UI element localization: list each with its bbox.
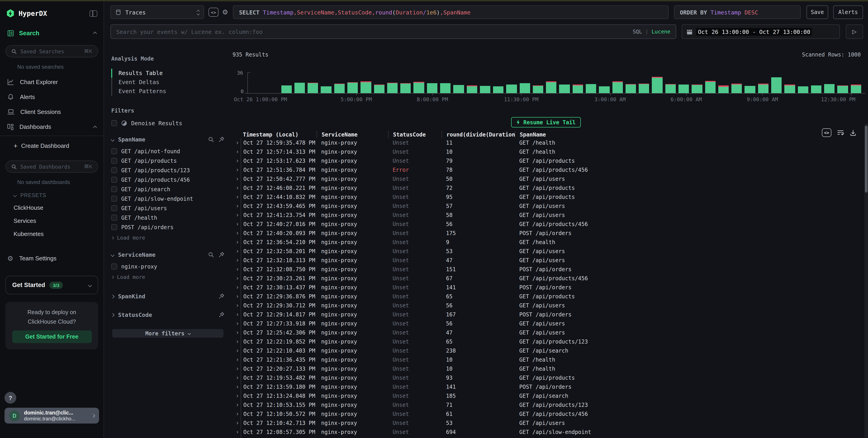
chevron-down-icon[interactable] bbox=[88, 283, 92, 287]
row-expand-chevron[interactable] bbox=[233, 241, 241, 243]
row-expand-chevron[interactable] bbox=[233, 413, 241, 415]
table-row[interactable]: Oct 27 12:20:27.133 PMnginx-proxyUnset10… bbox=[233, 364, 862, 373]
sidebar-item-chart-explorer[interactable]: Chart Explorer bbox=[0, 75, 103, 90]
resume-live-tail-button[interactable]: Resume Live Tail bbox=[511, 117, 581, 128]
search-icon[interactable] bbox=[208, 252, 214, 258]
checkbox[interactable] bbox=[111, 158, 117, 164]
row-expand-chevron[interactable] bbox=[233, 151, 241, 153]
query-language-toggle[interactable]: SQL | Lucene bbox=[632, 29, 670, 35]
sidebar-item-clickhouse[interactable]: ClickHouse bbox=[0, 204, 103, 211]
filter-checkbox-item[interactable]: GET /api/products/456 bbox=[111, 175, 224, 184]
row-expand-chevron[interactable] bbox=[233, 260, 241, 261]
chevron-down-icon[interactable] bbox=[111, 138, 115, 141]
checkbox[interactable] bbox=[111, 177, 117, 182]
chevron-right-icon[interactable] bbox=[111, 295, 115, 298]
histogram-bar[interactable] bbox=[480, 72, 493, 93]
histogram-bar[interactable] bbox=[599, 72, 613, 93]
histogram-bar[interactable] bbox=[612, 72, 625, 93]
row-expand-chevron[interactable] bbox=[233, 332, 241, 334]
table-row[interactable]: Oct 27 12:30:23.261 PMnginx-proxyUnset67… bbox=[233, 274, 862, 283]
histogram-bar[interactable] bbox=[294, 72, 308, 93]
row-expand-chevron[interactable] bbox=[233, 223, 241, 225]
histogram-bar[interactable] bbox=[758, 72, 771, 93]
table-row[interactable]: Oct 27 12:43:59.465 PMnginx-proxyUnset57… bbox=[233, 202, 862, 211]
source-select[interactable]: Traces bbox=[111, 5, 204, 19]
table-row[interactable]: Oct 27 12:41:23.754 PMnginx-proxyUnset58… bbox=[233, 211, 862, 220]
histogram-bar[interactable] bbox=[771, 72, 784, 93]
search-box[interactable]: SQL | Lucene bbox=[111, 25, 676, 39]
table-row[interactable]: Oct 27 12:32:08.750 PMnginx-proxyUnset15… bbox=[233, 265, 862, 274]
histogram-bar[interactable] bbox=[281, 72, 294, 93]
histogram-bar[interactable] bbox=[718, 72, 732, 93]
table-row[interactable]: Oct 27 12:29:14.817 PMnginx-proxyUnset16… bbox=[233, 310, 862, 319]
scrollbar-thumb[interactable] bbox=[865, 126, 868, 193]
row-expand-chevron[interactable] bbox=[233, 431, 241, 433]
run-query-button[interactable]: ▷ bbox=[846, 25, 863, 39]
histogram-bar[interactable] bbox=[374, 72, 387, 93]
histogram-bar[interactable] bbox=[347, 72, 361, 93]
table-row[interactable]: Oct 27 12:51:36.784 PMnginx-proxyError78… bbox=[233, 165, 862, 174]
pin-icon[interactable] bbox=[218, 293, 224, 299]
histogram-bar[interactable] bbox=[572, 72, 586, 93]
saved-dashboards-input[interactable]: Saved Dashboards ⌘K bbox=[5, 161, 98, 173]
histogram-bar[interactable] bbox=[679, 72, 692, 93]
histogram-bar[interactable] bbox=[824, 72, 837, 93]
table-row[interactable]: Oct 27 12:13:59.180 PMnginx-proxyUnset14… bbox=[233, 382, 862, 392]
histogram-bar[interactable] bbox=[850, 72, 864, 93]
table-row[interactable]: Oct 27 12:19:53.482 PMnginx-proxyUnset93… bbox=[233, 373, 862, 382]
table-row[interactable]: Oct 27 12:29:30.712 PMnginx-proxyUnset56… bbox=[233, 301, 862, 310]
analysis-mode-option[interactable]: Event Deltas bbox=[111, 78, 224, 87]
checkbox[interactable] bbox=[111, 148, 117, 154]
pin-icon[interactable] bbox=[218, 312, 224, 318]
checkbox[interactable] bbox=[111, 186, 117, 192]
table-row[interactable]: Oct 27 12:46:08.221 PMnginx-proxyUnset72… bbox=[233, 183, 862, 193]
row-expand-chevron[interactable] bbox=[233, 160, 241, 162]
histogram-bar[interactable] bbox=[546, 72, 559, 93]
row-expand-chevron[interactable] bbox=[233, 368, 241, 370]
row-expand-chevron[interactable] bbox=[233, 404, 241, 406]
create-dashboard-button[interactable]: + Create Dashboard bbox=[0, 139, 103, 152]
table-row[interactable]: Oct 27 12:08:57.305 PMnginx-proxyUnset69… bbox=[233, 428, 862, 437]
table-row[interactable]: Oct 27 12:30:13.437 PMnginx-proxyUnset14… bbox=[233, 283, 862, 292]
pin-icon[interactable] bbox=[218, 136, 224, 142]
table-row[interactable]: Oct 27 12:50:42.777 PMnginx-proxyUnset50… bbox=[233, 174, 862, 183]
row-expand-chevron[interactable] bbox=[233, 314, 241, 315]
table-row[interactable]: Oct 27 12:36:54.210 PMnginx-proxyUnset9G… bbox=[233, 238, 862, 247]
histogram-bar[interactable] bbox=[639, 72, 652, 93]
get-started-accordion[interactable]: Get Started 3/3 bbox=[5, 276, 98, 294]
table-row[interactable]: Oct 27 12:10:42.713 PMnginx-proxyUnset53… bbox=[233, 418, 862, 428]
column-header-spanname[interactable]: SpanName bbox=[515, 131, 862, 138]
save-button[interactable]: Save bbox=[806, 5, 828, 19]
histogram-bar[interactable] bbox=[559, 72, 572, 93]
column-header-duration[interactable]: round(divide(Duration, bbox=[441, 131, 515, 138]
table-row[interactable]: Oct 27 12:27:33.918 PMnginx-proxyUnset56… bbox=[233, 319, 862, 328]
histogram-bar[interactable] bbox=[652, 72, 665, 93]
table-row[interactable]: Oct 27 12:10:53.155 PMnginx-proxyUnset71… bbox=[233, 401, 862, 409]
table-row[interactable]: Oct 27 12:53:17.623 PMnginx-proxyUnset79… bbox=[233, 157, 862, 165]
row-expand-chevron[interactable] bbox=[233, 296, 241, 297]
table-row[interactable]: Oct 27 12:57:14.313 PMnginx-proxyUnset10… bbox=[233, 147, 862, 157]
checkbox[interactable] bbox=[111, 215, 117, 221]
histogram-bar[interactable] bbox=[400, 72, 414, 93]
row-expand-chevron[interactable] bbox=[233, 386, 241, 388]
select-expression-input[interactable]: SELECT Timestamp,ServiceName,StatusCode,… bbox=[233, 5, 669, 19]
filter-group-spankind[interactable]: SpanKind bbox=[111, 293, 224, 300]
sidebar-item-dashboards[interactable]: Dashboards bbox=[0, 119, 103, 134]
column-header-timestamp[interactable]: Timestamp (Local) bbox=[241, 131, 317, 138]
table-row[interactable]: Oct 27 12:22:19.852 PMnginx-proxyUnset65… bbox=[233, 337, 862, 346]
column-header-servicename[interactable]: ServiceName bbox=[317, 131, 388, 138]
help-button[interactable]: ? bbox=[4, 392, 16, 404]
histogram-bar[interactable] bbox=[427, 72, 440, 93]
checkbox[interactable] bbox=[111, 120, 117, 126]
histogram-bar[interactable] bbox=[321, 72, 334, 93]
app-logo[interactable]: HyperDX bbox=[6, 9, 47, 18]
pin-icon[interactable] bbox=[218, 252, 224, 258]
sidebar-item-alerts[interactable]: Alerts bbox=[0, 90, 103, 104]
histogram-bar[interactable] bbox=[453, 72, 467, 93]
row-expand-chevron[interactable] bbox=[233, 169, 241, 171]
histogram-bar[interactable] bbox=[361, 72, 374, 93]
checkbox[interactable] bbox=[111, 205, 117, 211]
get-started-free-button[interactable]: Get Started for Free bbox=[12, 330, 92, 343]
row-expand-chevron[interactable] bbox=[233, 250, 241, 252]
histogram-bar[interactable] bbox=[387, 72, 401, 93]
